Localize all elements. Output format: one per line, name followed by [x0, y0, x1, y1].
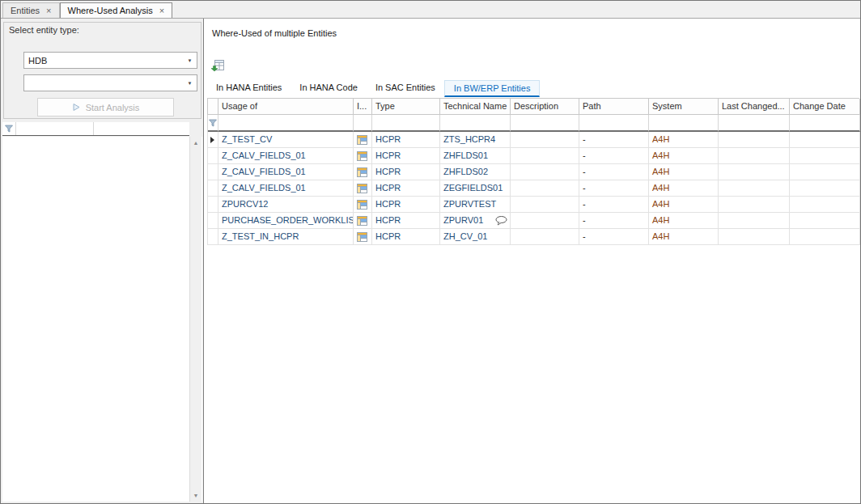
sidebar-filter-icon-cell[interactable]	[2, 122, 16, 135]
result-tabbar: In HANA Entities In HANA Code In SAC Ent…	[207, 80, 540, 97]
entity-type-value: HDB	[24, 56, 183, 66]
system-value: A4H	[652, 167, 669, 176]
grid-body: Z_TEST_CV HCPR ZTS_HCPR4 - A4H	[207, 132, 859, 245]
type-value: HCPR	[375, 183, 401, 193]
filter-cell-technical-name[interactable]	[440, 115, 511, 132]
tab-label: Where-Used Analysis	[68, 6, 153, 15]
cell-type: HCPR	[372, 229, 440, 245]
row-indicator-cell	[208, 229, 218, 245]
filter-cell-path[interactable]	[579, 115, 649, 132]
cell-technical-name: ZHFLDS01	[440, 148, 511, 164]
entity-select[interactable]: ▼	[23, 74, 197, 91]
tab-in-hana-entities[interactable]: In HANA Entities	[207, 80, 291, 97]
scroll-up-button[interactable]: ▲	[190, 137, 201, 149]
composite-provider-icon	[357, 167, 367, 177]
cell-path: -	[579, 180, 649, 197]
filter-cell-last-changed[interactable]	[719, 115, 790, 132]
cell-technical-name: ZPURV01	[440, 213, 511, 229]
system-value: A4H	[652, 150, 669, 160]
column-header-icon[interactable]: I...	[354, 99, 372, 115]
system-value: A4H	[652, 231, 669, 241]
column-header-type[interactable]: Type	[372, 99, 440, 115]
filter-cell-system[interactable]	[649, 115, 719, 132]
chevron-down-icon[interactable]: ▼	[183, 58, 197, 63]
sidebar-filter-row[interactable]	[2, 122, 189, 136]
start-analysis-button[interactable]: Start Analysis	[37, 98, 174, 116]
tab-in-sac-entities[interactable]: In SAC Entities	[367, 80, 444, 97]
cell-system: A4H	[649, 229, 719, 245]
table-row[interactable]: Z_TEST_CV HCPR ZTS_HCPR4 - A4H	[207, 132, 859, 148]
composite-provider-icon	[357, 216, 367, 226]
column-header-path[interactable]: Path	[579, 99, 649, 115]
technical-name-value: ZH_CV_01	[443, 231, 487, 241]
cell-description	[511, 229, 579, 245]
path-value: -	[583, 215, 586, 225]
column-header-change-date[interactable]: Change Date	[790, 99, 860, 115]
cell-entity-icon	[354, 132, 372, 148]
composite-provider-icon	[357, 200, 367, 210]
column-header-last-changed[interactable]: Last Changed...	[719, 99, 790, 115]
cell-change-date	[790, 229, 860, 245]
column-header-description[interactable]: Description	[511, 99, 579, 115]
chevron-down-icon[interactable]: ▼	[183, 81, 197, 86]
cell-change-date	[790, 213, 860, 229]
entity-type-groupbox: Select entity type: HDB ▼ ▼ Start Analys…	[3, 22, 201, 119]
filter-cell-type[interactable]	[372, 115, 440, 132]
export-button[interactable]	[209, 57, 227, 74]
cell-technical-name: ZH_CV_01	[440, 229, 511, 245]
cell-entity-icon	[354, 164, 372, 180]
sidebar-filter-cell[interactable]	[16, 122, 94, 135]
tab-where-used-analysis[interactable]: Where-Used Analysis ×	[60, 2, 173, 18]
sidebar-filter-cell[interactable]	[94, 122, 189, 135]
content-area: Select entity type: HDB ▼ ▼ Start Analys…	[1, 19, 860, 503]
cell-description	[511, 164, 579, 180]
tab-in-bw-erp-entities[interactable]: In BW/ERP Entities	[444, 80, 541, 97]
path-value: -	[583, 199, 586, 209]
grid-filter-icon-cell[interactable]	[208, 115, 218, 132]
usage-of-value: PURCHASE_ORDER_WORKLIST	[222, 215, 354, 225]
filter-cell-usage-of[interactable]	[218, 115, 354, 132]
system-value: A4H	[652, 183, 669, 193]
close-icon[interactable]: ×	[159, 6, 164, 15]
entity-type-select[interactable]: HDB ▼	[23, 52, 197, 69]
tab-in-hana-code[interactable]: In HANA Code	[291, 80, 367, 97]
filter-icon	[5, 125, 13, 133]
composite-provider-icon	[357, 232, 367, 242]
table-row[interactable]: ZPURCV12 HCPR ZPURVTEST - A4H	[207, 197, 859, 213]
comment-icon[interactable]	[495, 216, 507, 226]
technical-name-value: ZTS_HCPR4	[443, 134, 495, 144]
start-analysis-label: Start Analysis	[86, 103, 140, 112]
tab-entities[interactable]: Entities ×	[2, 2, 60, 18]
usage-of-value: ZPURCV12	[222, 199, 268, 209]
sidebar-vertical-scrollbar[interactable]: ▲ ▼	[189, 137, 201, 502]
table-row[interactable]: Z_TEST_IN_HCPR HCPR ZH_CV_01 - A4H	[207, 229, 859, 245]
filter-cell-description[interactable]	[511, 115, 579, 132]
analysis-sidebar: Select entity type: HDB ▼ ▼ Start Analys…	[1, 19, 204, 503]
cell-entity-icon	[354, 180, 372, 197]
type-value: HCPR	[375, 215, 401, 225]
cell-type: HCPR	[372, 197, 440, 213]
path-value: -	[583, 231, 586, 241]
column-header-technical-name[interactable]: Technical Name	[440, 99, 511, 115]
table-row[interactable]: PURCHASE_ORDER_WORKLIST HCPR ZPURV01 - A…	[207, 213, 859, 229]
table-row[interactable]: Z_CALV_FIELDS_01 HCPR ZHFLDS01 - A4H	[207, 148, 859, 164]
column-header-usage-of[interactable]: Usage of	[218, 99, 354, 115]
scroll-down-button[interactable]: ▼	[190, 489, 201, 502]
composite-provider-icon	[357, 184, 367, 193]
cell-usage-of: Z_CALV_FIELDS_01	[218, 180, 354, 197]
filter-cell-icon[interactable]	[354, 115, 372, 132]
cell-type: HCPR	[372, 132, 440, 148]
filter-cell-change-date[interactable]	[790, 115, 860, 132]
cell-technical-name: ZPURVTEST	[440, 197, 511, 213]
cell-last-changed	[719, 213, 790, 229]
cell-last-changed	[719, 229, 790, 245]
close-icon[interactable]: ×	[46, 6, 51, 15]
cell-path: -	[579, 197, 649, 213]
table-row[interactable]: Z_CALV_FIELDS_01 HCPR ZHFLDS02 - A4H	[207, 164, 859, 180]
table-row[interactable]: Z_CALV_FIELDS_01 HCPR ZEGFIELDS01 - A4H	[207, 180, 859, 197]
document-tabbar: Entities × Where-Used Analysis ×	[1, 1, 860, 19]
cell-path: -	[579, 164, 649, 180]
column-header-system[interactable]: System	[649, 99, 719, 115]
cell-change-date	[790, 132, 860, 148]
cell-last-changed	[719, 164, 790, 180]
